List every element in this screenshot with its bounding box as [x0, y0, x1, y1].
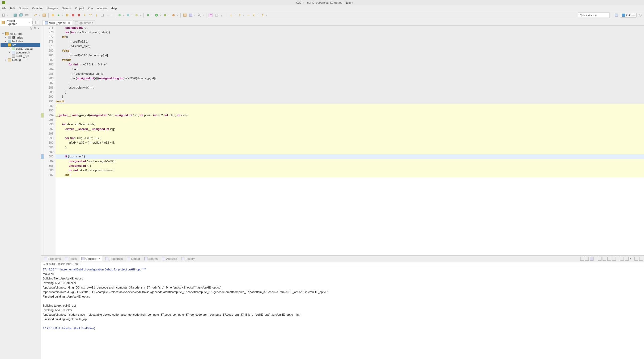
link-editor-button[interactable]: ⇅ [34, 27, 36, 30]
new-button[interactable] [2, 13, 6, 17]
drop-frame-button[interactable] [100, 13, 104, 17]
dropdown-arrow-icon[interactable]: ▾ [140, 13, 141, 17]
tree-node-project[interactable]: ▾cuHE_opt [1, 32, 40, 36]
dropdown-arrow-icon[interactable]: ▾ [177, 13, 178, 17]
folding-ruler[interactable] [44, 26, 48, 255]
tab-debug[interactable]: Debug [125, 256, 142, 261]
menu-search[interactable]: Search [62, 7, 71, 10]
run-button[interactable] [154, 13, 159, 17]
marker-ruler[interactable] [41, 26, 44, 255]
forward-button[interactable] [260, 13, 265, 17]
prev-annotation-button[interactable] [238, 13, 242, 17]
scroll-lock-button[interactable] [580, 257, 584, 261]
menu-project[interactable]: Project [75, 7, 84, 10]
tree-node-includes[interactable]: ▸Includes [1, 39, 40, 43]
dropdown-arrow-icon[interactable]: ▾ [257, 13, 259, 17]
menu-run[interactable]: Run [88, 7, 93, 10]
remove-all-launches-button[interactable] [607, 257, 611, 261]
step-return-button[interactable] [94, 13, 99, 17]
dropdown-arrow-icon[interactable]: ▾ [234, 13, 236, 17]
minimize-view-button[interactable] [32, 21, 36, 24]
close-icon[interactable]: ✕ [28, 21, 31, 24]
tab-tasks[interactable]: Tasks [63, 256, 78, 261]
external-tools-button[interactable] [171, 13, 176, 17]
console-output[interactable]: 17:49:03 **** Incremental Build of confi… [41, 266, 644, 359]
editor-tab-active[interactable]: cuHE_opt.cu ✕ [42, 20, 72, 25]
tab-properties[interactable]: Properties [103, 256, 125, 261]
open-element-button[interactable] [189, 13, 193, 17]
save-button[interactable] [13, 13, 17, 17]
perspective-cpp-button[interactable]: C/C++ [620, 13, 637, 18]
collapse-all-button[interactable]: ⇆ [30, 27, 32, 30]
menu-navigate[interactable]: Navigate [46, 7, 58, 10]
view-menu-button[interactable]: ▾ [38, 27, 39, 30]
show-on-output-button[interactable] [620, 257, 624, 261]
open-console-button[interactable] [612, 257, 616, 261]
code-editor[interactable]: 2752762772782792802812822832842852862872… [41, 26, 644, 255]
profile-button[interactable] [163, 13, 167, 17]
tree-node-src[interactable]: ▾src [1, 43, 40, 47]
new-cpp-header-button[interactable] [134, 13, 139, 17]
dropdown-arrow-icon[interactable]: ▾ [266, 13, 267, 17]
maximize-view-button[interactable] [37, 21, 40, 24]
dropdown-arrow-icon[interactable]: ▾ [160, 13, 161, 17]
dropdown-arrow-icon[interactable]: ▾ [151, 13, 153, 17]
step-into-button[interactable] [83, 13, 87, 17]
dropdown-arrow-icon[interactable]: ▾ [123, 13, 124, 17]
tree-node-cu-file[interactable]: ▸cuHE_opt.cu [1, 47, 40, 51]
tab-problems[interactable]: Problems [42, 256, 62, 261]
build-all-button[interactable] [42, 13, 46, 17]
dropdown-arrow-icon[interactable]: ▾ [202, 13, 204, 17]
suspend-button[interactable] [65, 13, 69, 17]
dropdown-arrow-icon[interactable]: ▾ [7, 13, 9, 17]
tree-node-binaries[interactable]: ▸Binaries [1, 36, 40, 39]
step-over-button[interactable] [88, 13, 93, 17]
search-button[interactable] [197, 13, 201, 17]
dropdown-arrow-icon[interactable]: ▾ [111, 13, 113, 17]
debug-button[interactable] [146, 13, 150, 17]
maximize-panel-button[interactable] [639, 257, 643, 261]
toggle-whitespace-button[interactable]: ¶ [220, 13, 224, 17]
back-button[interactable] [252, 13, 256, 17]
build-button[interactable] [33, 13, 38, 17]
dropdown-arrow-icon[interactable]: ▾ [131, 13, 133, 17]
toggle-mark-button[interactable] [209, 13, 213, 17]
dropdown-arrow-icon[interactable]: ▾ [168, 13, 170, 17]
menu-help[interactable]: Help [111, 7, 117, 10]
instruction-step-button[interactable] [106, 13, 110, 17]
tab-analysis[interactable]: Analysis [160, 256, 179, 261]
toggle-block-button[interactable] [214, 13, 219, 17]
terminate-button[interactable] [71, 13, 75, 17]
show-on-error-button[interactable] [625, 257, 629, 261]
project-tree[interactable]: ▾cuHE_opt ▸Binaries ▸Includes ▾src ▸cuHE… [0, 31, 41, 63]
next-annotation-button[interactable] [229, 13, 233, 17]
project-explorer-tab[interactable]: Project Explorer ✕ [0, 18, 32, 26]
editor-tab-inactive[interactable]: gputimer.h [73, 20, 95, 25]
tab-search[interactable]: Search [142, 256, 160, 261]
open-type-button[interactable] [183, 13, 187, 17]
dropdown-arrow-icon[interactable]: ▾ [194, 13, 196, 17]
pin-console-button[interactable] [585, 257, 589, 261]
line-number-ruler[interactable]: 2752762772782792802812822832842852862872… [48, 26, 56, 255]
close-icon[interactable]: ✕ [68, 22, 70, 24]
code-content[interactable]: unsigned int h, l; for (int crt = 0; crt… [56, 26, 644, 255]
menu-source[interactable]: Source [19, 7, 28, 10]
menu-window[interactable]: Window [97, 7, 107, 10]
tree-node-exe[interactable]: cuHE_opt [1, 54, 40, 58]
menu-refactor[interactable]: Refactor [32, 7, 43, 10]
perspective-customize-button[interactable] [638, 13, 642, 17]
resume-button[interactable] [57, 13, 61, 17]
minimize-panel-button[interactable] [634, 257, 638, 261]
disconnect-button[interactable] [77, 13, 81, 17]
menu-edit[interactable]: Edit [10, 7, 15, 10]
last-edit-button[interactable] [246, 13, 250, 17]
open-perspective-button[interactable] [614, 13, 618, 17]
tree-node-h-file[interactable]: ▸gputimer.h [1, 51, 40, 54]
remove-launch-button[interactable] [603, 257, 606, 261]
close-icon[interactable]: ✕ [98, 257, 101, 260]
dropdown-arrow-icon[interactable]: ▾ [243, 13, 244, 17]
skip-breakpoints-button[interactable] [51, 13, 55, 17]
console-menu-button[interactable]: ▾ [630, 257, 633, 261]
clear-console-button[interactable] [598, 257, 601, 261]
dropdown-arrow-icon[interactable]: ▾ [62, 13, 63, 17]
